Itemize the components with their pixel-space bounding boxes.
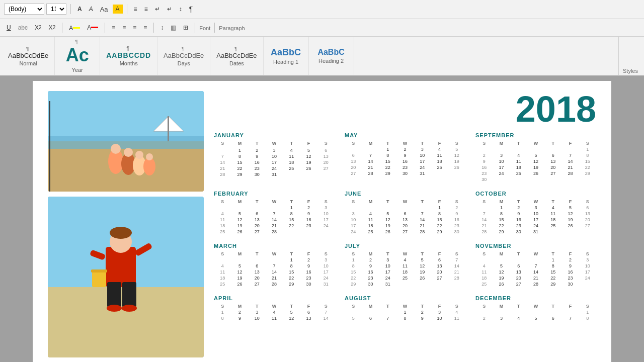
cal-date: 11	[362, 217, 379, 223]
svg-point-4	[111, 144, 121, 154]
indent-button[interactable]: ↵	[152, 5, 163, 14]
italic-button[interactable]: A	[87, 5, 96, 14]
cal-date: 10	[579, 263, 596, 269]
cal-date: 12	[493, 269, 510, 275]
cal-date: 11	[214, 269, 231, 275]
cal-date: 17	[317, 269, 335, 275]
style-preview-year: Ac	[66, 45, 89, 66]
table-row: 18192021222324	[475, 275, 596, 281]
cal-date: 14	[362, 158, 379, 164]
borders-button[interactable]: ⊞	[181, 23, 191, 32]
style-item-heading1[interactable]: AaBbCHeading 1	[264, 37, 309, 75]
cal-date: 12	[231, 217, 248, 223]
style-items-container: ¶AaBbCcDdEeNormal¶AcYear¶AABBCCDDMonths¶…	[2, 37, 618, 75]
cal-date: 26	[448, 164, 465, 170]
cal-date: 24	[579, 275, 596, 281]
month-name-january: JANUARY	[214, 132, 335, 138]
underline-button[interactable]: U	[4, 23, 14, 32]
cal-date: 4	[510, 315, 527, 321]
subscript-button[interactable]: X2	[32, 23, 44, 32]
cal-date: 7	[414, 211, 431, 217]
cal-date: 13	[544, 158, 561, 164]
cal-date: 10	[527, 211, 544, 217]
style-item-dates[interactable]: ¶AaBbCcDdEeDates	[210, 37, 263, 75]
cal-date: 25	[214, 229, 231, 235]
table-row: 15161718192021	[345, 269, 465, 275]
child-photo	[48, 197, 204, 357]
align-center-button[interactable]: ≡	[120, 23, 128, 32]
strikethrough-button[interactable]: abc	[16, 23, 30, 32]
cal-date: 20	[579, 217, 596, 223]
outdent-button[interactable]: ↵	[165, 5, 175, 14]
cal-date: 1	[431, 205, 448, 211]
month-block-march: MARCHSMTWTFS1234567891011121314151617181…	[214, 243, 335, 287]
font-size-select[interactable]: 11	[46, 4, 66, 15]
cal-date	[231, 205, 248, 211]
cal-date: 24	[527, 223, 544, 229]
font-aa-button[interactable]: Aa	[98, 5, 111, 14]
cal-date	[379, 309, 396, 315]
line-spacing-button[interactable]: ↕	[158, 23, 166, 32]
style-item-days[interactable]: ¶AaBbCcDdEeDays	[157, 37, 210, 75]
font-color-button[interactable]: A	[85, 23, 101, 32]
cal-date: 4	[396, 257, 414, 263]
cal-date: 6	[544, 152, 561, 158]
cal-date: 18	[283, 159, 300, 165]
month-block-january: JANUARYSMTWTFS12345678910111213141516171…	[214, 132, 335, 183]
shading-button[interactable]: ▥	[168, 23, 179, 32]
align-right-button[interactable]: ≡	[130, 23, 139, 32]
style-item-heading2[interactable]: AaBbCHeading 2	[309, 37, 354, 75]
month-name-october: OCTOBER	[475, 191, 596, 197]
bullet-list-button[interactable]: ≡	[131, 5, 140, 14]
cal-date: 20	[317, 159, 335, 165]
cal-date: 1	[579, 309, 596, 315]
clear-format-button[interactable]: A	[113, 5, 123, 14]
cal-date: 13	[579, 211, 596, 217]
cal-date: 16	[300, 217, 317, 223]
show-marks-button[interactable]: ¶	[187, 4, 196, 14]
cal-date: 11	[510, 158, 527, 164]
cal-date: 6	[362, 315, 379, 321]
cal-date: 17	[527, 217, 544, 223]
numbered-list-button[interactable]: ≡	[142, 5, 150, 14]
cal-date: 5	[231, 211, 248, 217]
table-row: 45678910	[475, 263, 596, 269]
cal-date: 29	[493, 229, 510, 235]
cal-date: 25	[475, 281, 493, 287]
cal-date	[527, 309, 544, 315]
highlight-button[interactable]: A	[66, 24, 83, 32]
cal-date: 28	[414, 229, 431, 235]
align-left-button[interactable]: ≡	[109, 23, 118, 32]
cal-date	[214, 205, 231, 211]
style-item-year[interactable]: ¶AcYear	[55, 37, 100, 75]
cal-date: 25	[283, 165, 300, 171]
cal-date: 12	[283, 315, 300, 321]
style-item-months[interactable]: ¶AABBCCDDMonths	[100, 37, 157, 75]
cal-day-header: F	[300, 303, 317, 309]
cal-day-header: T	[544, 140, 561, 146]
cal-date: 29	[283, 281, 300, 287]
month-block-november: NOVEMBERSMTWTFS1234567891011121314151617…	[475, 243, 596, 287]
style-item-normal[interactable]: ¶AaBbCcDdEeNormal	[2, 37, 55, 75]
superscript-button[interactable]: X2	[46, 23, 58, 32]
cal-date: 22	[579, 164, 596, 170]
calendar-grid: JANUARYSMTWTFS12345678910111213141516171…	[214, 132, 596, 321]
style-name-days: Days	[178, 60, 190, 66]
cal-day-header: S	[345, 303, 362, 309]
align-justify-button[interactable]: ≡	[141, 23, 149, 32]
cal-date: 21	[266, 223, 283, 229]
cal-date: 13	[249, 269, 266, 275]
month-block-december: DECEMBERSMTWTFS12345678	[475, 295, 596, 321]
cal-day-header: T	[510, 199, 527, 205]
font-family-select[interactable]: (Body)	[4, 4, 44, 15]
cal-date: 21	[266, 275, 283, 281]
cal-date	[493, 309, 510, 315]
bold-button[interactable]: A	[75, 5, 85, 14]
cal-date: 22	[544, 275, 561, 281]
divider-7	[214, 23, 215, 33]
cal-date: 30	[475, 176, 493, 183]
sort-button[interactable]: ↕	[177, 5, 185, 14]
table-row: 123	[214, 257, 335, 263]
cal-day-header: F	[300, 140, 317, 146]
cal-date: 18	[214, 275, 231, 281]
